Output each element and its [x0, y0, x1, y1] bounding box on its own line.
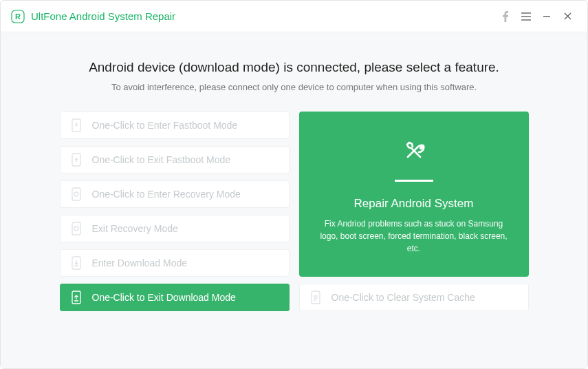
svg-text:R: R	[15, 12, 21, 21]
main-content: Android device (download mode) is connec…	[1, 32, 587, 368]
app-logo-icon: R	[10, 9, 25, 24]
phone-icon	[70, 153, 83, 167]
app-title: UltFone Android System Repair	[31, 10, 175, 22]
left-column: One-Click to Enter Fastboot Mode One-Cli…	[60, 112, 290, 311]
option-label: One-Click to Exit Download Mode	[92, 292, 236, 303]
facebook-icon[interactable]	[495, 6, 516, 27]
minimize-button[interactable]	[536, 6, 557, 27]
option-exit-recovery[interactable]: Exit Recovery Mode	[60, 215, 290, 242]
repair-card-title: Repair Android System	[354, 197, 474, 211]
svg-rect-4	[72, 188, 80, 200]
option-label: Exit Recovery Mode	[92, 223, 178, 234]
tools-icon	[398, 134, 431, 170]
option-label: Enter Download Mode	[92, 257, 188, 268]
titlebar: R UltFone Android System Repair	[1, 1, 587, 32]
repair-card-desc: Fix Andriod problems such as stuck on Sa…	[316, 218, 512, 255]
option-exit-fastboot[interactable]: One-Click to Exit Fastboot Mode	[60, 146, 290, 173]
svg-point-5	[74, 192, 78, 196]
option-exit-download[interactable]: One-Click to Exit Download Mode	[60, 284, 290, 311]
option-label: One-Click to Enter Recovery Mode	[92, 189, 241, 200]
menu-icon[interactable]	[516, 6, 536, 27]
close-button[interactable]	[557, 6, 578, 27]
divider	[395, 180, 433, 182]
page-subheading: To avoid interference, please connect on…	[111, 82, 477, 92]
option-clear-cache[interactable]: One-Click to Clear System Cache	[299, 284, 529, 311]
app-window: R UltFone Android System Repair Android …	[0, 0, 588, 369]
repair-system-card[interactable]: Repair Android System Fix Andriod proble…	[299, 112, 529, 277]
option-label: One-Click to Enter Fastboot Mode	[92, 120, 238, 131]
right-column: Repair Android System Fix Andriod proble…	[299, 112, 529, 311]
svg-point-7	[74, 226, 78, 231]
phone-download-icon	[70, 256, 83, 270]
page-heading: Android device (download mode) is connec…	[89, 60, 499, 75]
option-enter-download[interactable]: Enter Download Mode	[60, 249, 290, 277]
svg-rect-6	[72, 222, 80, 235]
option-enter-recovery[interactable]: One-Click to Enter Recovery Mode	[60, 180, 290, 208]
phone-download-icon	[70, 291, 83, 304]
phone-icon	[70, 222, 83, 235]
option-enter-fastboot[interactable]: One-Click to Enter Fastboot Mode	[60, 112, 290, 139]
phone-icon	[70, 118, 83, 132]
option-label: One-Click to Clear System Cache	[331, 292, 475, 303]
phone-icon	[309, 291, 322, 304]
feature-grid: One-Click to Enter Fastboot Mode One-Cli…	[13, 112, 575, 311]
phone-icon	[70, 187, 83, 201]
option-label: One-Click to Exit Fastboot Mode	[92, 154, 231, 165]
svg-rect-10	[312, 291, 320, 304]
